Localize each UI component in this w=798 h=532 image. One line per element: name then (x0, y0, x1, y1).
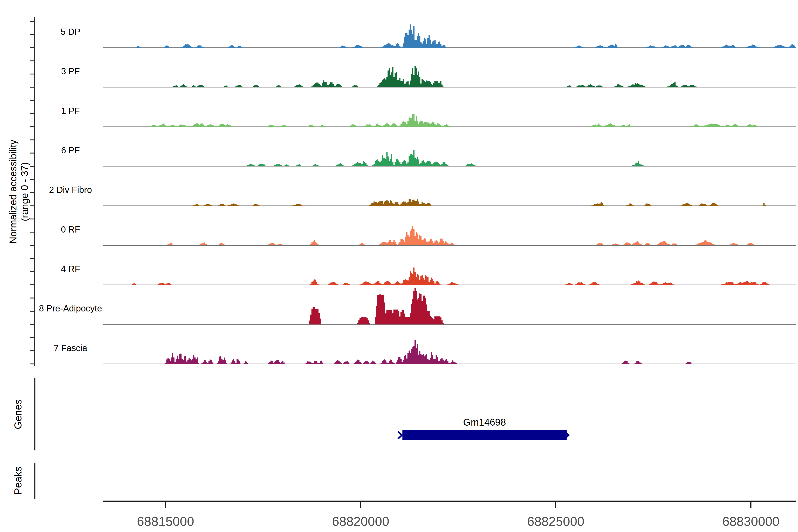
accessibility-y-axis: Normalized accessibility (range 0 - 37) (7, 17, 35, 366)
gene-body-bar (402, 430, 567, 440)
gene: Gm14698 (398, 417, 569, 440)
track-label: 3 PF (61, 66, 80, 76)
gene-annotation-row: Gm14698 (398, 417, 569, 440)
coverage-track: 6 PF (61, 146, 796, 166)
coverage-track: 5 DP (61, 24, 796, 48)
track-signal-area (103, 150, 796, 166)
x-axis-tick-label: 68825000 (527, 514, 584, 529)
gene-name-label: Gm14698 (463, 417, 506, 428)
coverage-track: 0 RF (61, 225, 796, 245)
track-signal-area (103, 114, 796, 127)
track-label: 4 RF (61, 264, 80, 274)
y-axis-ticks (30, 21, 35, 364)
track-signal-area (103, 199, 796, 206)
coverage-track: 4 RF (61, 264, 796, 285)
coverage-track: 8 Pre-Adipocyte (39, 288, 796, 324)
coverage-track: 1 PF (61, 106, 796, 127)
x-axis: 68815000688200006882500068830000 chrX po… (103, 501, 796, 532)
x-axis-tick-label: 68820000 (332, 514, 389, 529)
x-axis-tick-label: 68830000 (722, 514, 780, 529)
track-signal-area (103, 226, 796, 245)
x-axis-tick-label: 68815000 (137, 514, 194, 529)
x-axis-ticks: 68815000688200006882500068830000 (137, 501, 780, 529)
track-signal-area (103, 268, 796, 285)
peaks-section-label: Peaks (12, 467, 24, 495)
track-label: 6 PF (61, 146, 80, 155)
track-signal-area (103, 340, 796, 364)
track-signal-area (103, 66, 796, 87)
track-label: 2 Div Fibro (49, 185, 92, 195)
coverage-track: 3 PF (61, 66, 796, 87)
genes-section-label: Genes (12, 399, 24, 430)
track-signal-area (103, 288, 796, 324)
track-label: 5 DP (61, 27, 80, 37)
y-axis-title-line2: (range 0 - 37) (19, 162, 30, 222)
gene-strand-arrow-icon (398, 432, 402, 438)
peaks-section-axis: Peaks (12, 463, 35, 499)
track-label: 8 Pre-Adipocyte (39, 303, 102, 313)
genes-section-axis: Genes (12, 378, 35, 451)
y-axis-title-line1: Normalized accessibility (7, 140, 18, 244)
coverage-plot-figure: Normalized accessibility (range 0 - 37) … (0, 0, 798, 532)
track-label: 0 RF (61, 225, 80, 234)
coverage-tracks: 5 DP3 PF1 PF6 PF2 Div Fibro0 RF4 RF8 Pre… (39, 24, 796, 364)
track-signal-area (103, 24, 796, 48)
coverage-track: 7 Fascia (54, 340, 796, 364)
track-label: 7 Fascia (54, 343, 87, 353)
coverage-plot-canvas: Normalized accessibility (range 0 - 37) … (0, 0, 798, 532)
track-label: 1 PF (61, 106, 80, 116)
coverage-track: 2 Div Fibro (49, 185, 796, 206)
